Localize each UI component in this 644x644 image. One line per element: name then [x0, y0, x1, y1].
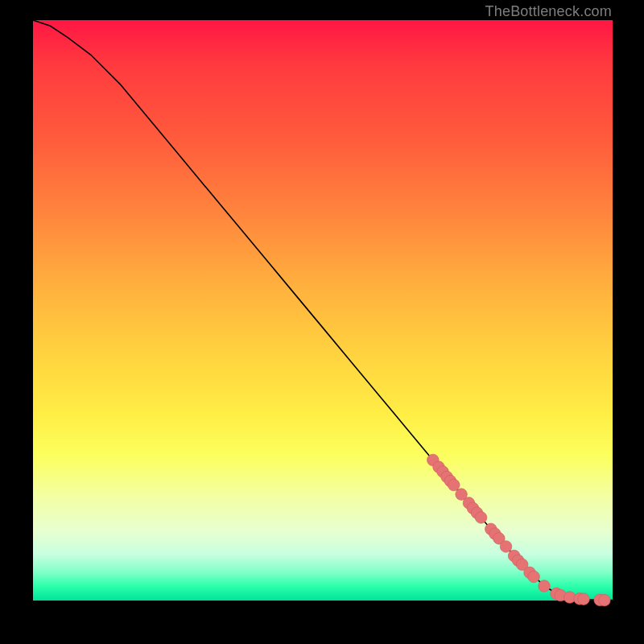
data-marker: [528, 571, 540, 583]
data-marker: [578, 593, 590, 605]
data-marker: [539, 580, 551, 592]
data-marker: [500, 541, 512, 553]
chart-canvas: TheBottleneck.com: [0, 0, 644, 644]
chart-svg: [33, 20, 613, 601]
data-marker: [599, 594, 611, 606]
bottleneck-curve: [33, 20, 613, 601]
data-marker: [448, 479, 460, 491]
watermark-text: TheBottleneck.com: [485, 3, 612, 20]
data-marker: [475, 512, 487, 524]
marker-group: [427, 454, 611, 606]
plot-area: [33, 20, 613, 601]
